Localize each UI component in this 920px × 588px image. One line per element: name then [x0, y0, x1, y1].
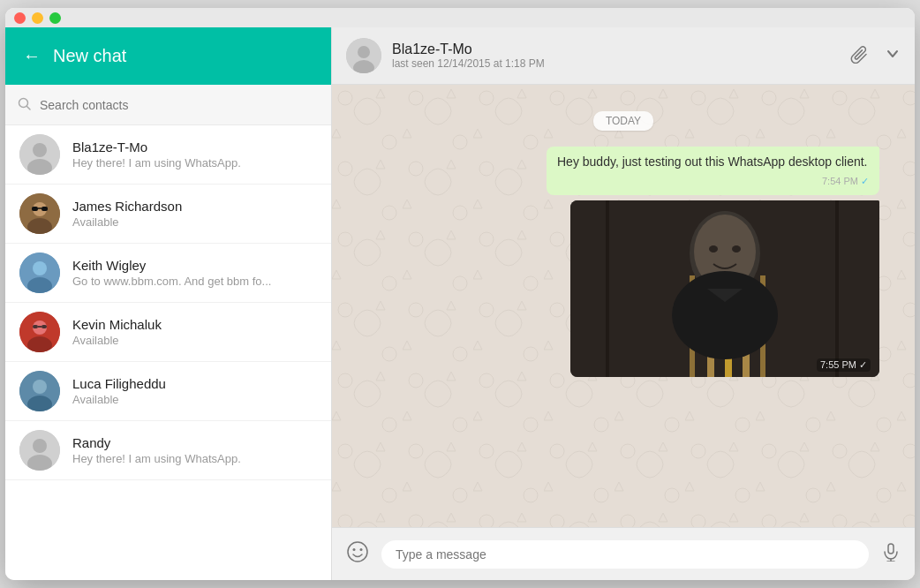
avatar — [19, 253, 60, 293]
contact-info: Kevin Michaluk Available — [72, 317, 317, 347]
svg-point-3 — [33, 143, 47, 157]
chat-messages: TODAY Hey buddy, just testing out this W… — [332, 85, 915, 527]
contact-name: Kevin Michaluk — [72, 317, 317, 332]
message-row: Hey buddy, just testing out this WhatsAp… — [367, 147, 879, 195]
contact-item[interactable]: Kevin Michaluk Available — [5, 303, 331, 362]
contact-info: Randy Hey there! I am using WhatsApp. — [72, 435, 317, 465]
chat-last-seen: last seen 12/14/2015 at 1:18 PM — [392, 57, 839, 70]
contact-item[interactable]: James Richardson Available — [5, 185, 331, 244]
image-time-overlay: 7:55 PM ✓ — [817, 358, 871, 372]
new-chat-title: New chat — [53, 46, 126, 66]
emoji-button[interactable] — [346, 540, 369, 569]
image-bubble: 7:55 PM ✓ — [570, 200, 879, 377]
date-badge: TODAY — [593, 111, 653, 131]
avatar — [19, 312, 60, 352]
svg-rect-45 — [888, 544, 894, 554]
message-input[interactable] — [381, 540, 869, 569]
svg-point-27 — [358, 46, 370, 58]
attach-icon[interactable] — [849, 44, 869, 68]
contact-status: Hey there! I am using WhatsApp. — [72, 156, 317, 170]
new-chat-header: ← New chat — [5, 27, 331, 85]
avatar — [19, 134, 60, 175]
contact-name: Bla1ze-T-Mo — [72, 139, 317, 155]
svg-point-24 — [33, 439, 47, 453]
left-panel: ← New chat — [5, 27, 332, 580]
chat-input-area — [332, 527, 915, 580]
contact-item[interactable]: Bla1ze-T-Mo Hey there! I am using WhatsA… — [5, 125, 331, 185]
svg-rect-8 — [32, 207, 38, 211]
mic-button[interactable] — [881, 542, 901, 566]
contact-info: Keith Wigley Go to www.bbm.com. And get … — [72, 258, 317, 288]
main-area: ← New chat — [5, 27, 915, 580]
svg-line-1 — [27, 106, 31, 109]
search-bar — [5, 85, 331, 125]
right-panel: Bla1ze-T-Mo last seen 12/14/2015 at 1:18… — [332, 27, 915, 580]
contact-status: Available — [72, 393, 317, 406]
avatar — [19, 193, 60, 234]
contact-name: Luca Filigheddu — [72, 376, 317, 391]
contact-status: Available — [72, 334, 317, 347]
chat-contact-name: Bla1ze-T-Mo — [392, 41, 839, 57]
avatar — [19, 371, 60, 411]
contact-name: James Richardson — [72, 199, 317, 214]
date-divider: TODAY — [367, 111, 879, 131]
message-time: 7:54 PM ✓ — [822, 175, 869, 188]
svg-rect-40 — [606, 200, 609, 377]
more-icon[interactable] — [885, 46, 901, 66]
svg-point-37 — [709, 245, 718, 253]
contact-name: Randy — [72, 435, 317, 450]
svg-rect-18 — [41, 325, 47, 328]
chat-image: 7:55 PM ✓ — [570, 200, 879, 377]
contact-status: Hey there! I am using WhatsApp. — [72, 452, 317, 465]
minimize-button[interactable] — [32, 12, 43, 24]
back-button[interactable]: ← — [23, 46, 41, 66]
maximize-button[interactable] — [49, 12, 61, 24]
contact-item[interactable]: Keith Wigley Go to www.bbm.com. And get … — [5, 244, 331, 303]
chat-header-avatar — [346, 38, 381, 73]
contact-name: Keith Wigley — [72, 258, 317, 273]
title-bar — [5, 8, 915, 27]
svg-point-43 — [353, 548, 356, 551]
svg-point-38 — [732, 245, 741, 253]
contact-item[interactable]: Randy Hey there! I am using WhatsApp. — [5, 421, 331, 480]
svg-point-44 — [360, 548, 363, 551]
contact-item[interactable]: Luca Filigheddu Available — [5, 362, 331, 421]
chat-header: Bla1ze-T-Mo last seen 12/14/2015 at 1:18… — [332, 27, 915, 85]
message-bubble: Hey buddy, just testing out this WhatsAp… — [547, 147, 879, 195]
chat-header-info: Bla1ze-T-Mo last seen 12/14/2015 at 1:18… — [392, 41, 839, 70]
svg-point-21 — [33, 380, 47, 394]
contact-info: Bla1ze-T-Mo Hey there! I am using WhatsA… — [72, 139, 317, 170]
svg-rect-9 — [41, 207, 48, 211]
contact-info: Luca Filigheddu Available — [72, 376, 317, 406]
message-text: Hey buddy, just testing out this WhatsAp… — [557, 155, 867, 169]
svg-point-42 — [348, 542, 367, 562]
contacts-list: Bla1ze-T-Mo Hey there! I am using WhatsA… — [5, 125, 331, 580]
avatar — [19, 430, 60, 471]
search-input[interactable] — [40, 98, 319, 112]
image-message-row: 7:55 PM ✓ — [367, 200, 879, 377]
contact-status: Available — [72, 215, 317, 229]
svg-rect-41 — [835, 200, 839, 377]
svg-point-12 — [33, 261, 47, 275]
chat-header-actions — [849, 44, 901, 68]
svg-rect-17 — [33, 325, 38, 328]
contact-info: James Richardson Available — [72, 199, 317, 229]
app-window: ← New chat — [5, 8, 915, 580]
svg-point-39 — [672, 271, 778, 359]
contact-status: Go to www.bbm.com. And get bbm fo... — [72, 275, 317, 288]
search-icon — [18, 97, 31, 113]
close-button[interactable] — [14, 12, 26, 24]
read-receipt: ✓ — [861, 176, 869, 186]
